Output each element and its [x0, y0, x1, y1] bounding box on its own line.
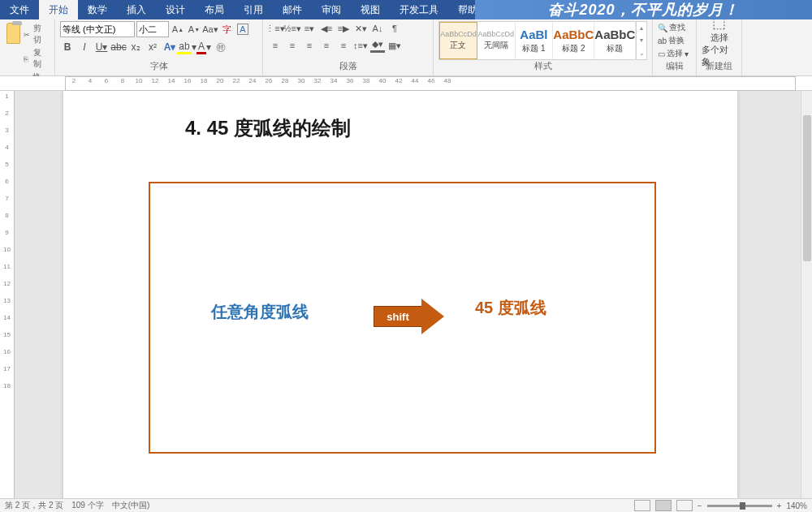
menu-insert[interactable]: 插入 — [117, 0, 156, 19]
line-spacing-button[interactable]: ↕≡▾ — [353, 38, 368, 53]
multilevel-button[interactable]: ≡▾ — [302, 21, 317, 36]
document-page[interactable]: 4. 45 度弧线的绘制 任意角度弧线 shift 45 度弧线 — [63, 91, 737, 498]
menu-home[interactable]: 开始 — [39, 0, 78, 19]
zoom-level[interactable]: 140% — [786, 501, 807, 510]
justify-button[interactable]: ≡ — [319, 38, 334, 53]
vertical-scrollbar[interactable] — [801, 91, 812, 498]
shrink-font-button[interactable]: A▼ — [187, 22, 201, 37]
ribbon-group-font: A▲ A▼ Aa▾ 字 A B I U▾ abc x₂ x² A▾ ab▾ A▾… — [55, 19, 263, 75]
highlight-button[interactable]: ab▾ — [179, 40, 194, 54]
sort-button[interactable]: A↓ — [370, 21, 385, 36]
select-label: 选择 — [667, 48, 683, 59]
content-box[interactable]: 任意角度弧线 shift 45 度弧线 — [149, 182, 656, 454]
view-print-button[interactable] — [655, 500, 672, 511]
borders-button[interactable]: ▦▾ — [387, 38, 402, 53]
italic-button[interactable]: I — [77, 40, 92, 54]
styles-more-button[interactable]: ▴▾⌄ — [636, 22, 646, 59]
align-right-button[interactable]: ≡ — [302, 38, 317, 53]
style-preview: AaBbCcDd — [477, 30, 514, 38]
status-lang[interactable]: 中文(中国) — [112, 500, 150, 511]
document-heading[interactable]: 4. 45 度弧线的绘制 — [185, 115, 689, 141]
view-read-button[interactable] — [634, 500, 650, 511]
cut-button[interactable]: 剪切 — [24, 23, 48, 45]
menu-mailings[interactable]: 邮件 — [273, 0, 312, 19]
vertical-ruler[interactable]: 123456789101112131415161718 — [0, 91, 15, 498]
style-title[interactable]: AaBbC 标题 — [594, 22, 636, 59]
find-button[interactable]: 🔍查找 — [658, 21, 691, 34]
menu-math[interactable]: 数学 — [78, 0, 117, 19]
zoom-out-button[interactable]: − — [698, 501, 702, 510]
style-normal[interactable]: AaBbCcDd 正文 — [439, 22, 477, 59]
style-nospacing[interactable]: AaBbCcDd 无间隔 — [477, 22, 516, 59]
styles-gallery[interactable]: AaBbCcDd 正文 AaBbCcDd 无间隔 AaBl 标题 1 AaBbC… — [438, 21, 647, 60]
show-marks-button[interactable]: ¶ — [387, 21, 402, 36]
status-bar: 第 2 页，共 2 页 109 个字 中文(中国) − + 140% — [0, 498, 812, 512]
zoom-thumb[interactable] — [740, 502, 745, 510]
select-icon: ▭ — [658, 49, 665, 58]
font-group-label: 字体 — [60, 60, 257, 74]
select-button[interactable]: ▭选择▾ — [658, 47, 691, 60]
decrease-indent-button[interactable]: ◀≡ — [319, 21, 334, 36]
asian-layout-button[interactable]: ✕▾ — [353, 21, 368, 36]
replace-button[interactable]: ab替换 — [658, 34, 691, 47]
align-center-button[interactable]: ≡ — [285, 38, 300, 53]
editing-group-label: 编辑 — [658, 60, 691, 74]
zoom-in-button[interactable]: + — [777, 501, 782, 510]
view-web-button[interactable] — [676, 500, 693, 511]
bold-button[interactable]: B — [60, 40, 75, 54]
shading-button[interactable]: ◆▾ — [370, 38, 385, 53]
ribbon-group-clipboard: 剪切 复制 格式刷 粘贴 剪贴板 — [0, 19, 55, 75]
menu-references[interactable]: 引用 — [234, 0, 273, 19]
ribbon-group-newgroup: ⬚ 选择 多个对象 新建组 — [697, 19, 742, 75]
page-container: 4. 45 度弧线的绘制 任意角度弧线 shift 45 度弧线 — [15, 91, 812, 498]
font-size-select[interactable] — [136, 21, 169, 37]
style-preview: AaBl — [520, 28, 547, 41]
font-color-button[interactable]: A▾ — [197, 40, 211, 54]
status-words[interactable]: 109 个字 — [71, 500, 103, 511]
arrow-label: shift — [374, 306, 422, 327]
banner-overlay: 奋斗2020，不平凡的岁月！ — [475, 0, 812, 19]
distribute-button[interactable]: ≡ — [336, 38, 351, 53]
enclose-char-button[interactable]: ㊕ — [214, 40, 228, 54]
phonetic-guide-button[interactable]: 字 — [219, 22, 234, 37]
numbering-button[interactable]: ½≡▾ — [285, 21, 300, 36]
find-label: 查找 — [669, 22, 685, 33]
align-left-button[interactable]: ≡ — [268, 38, 283, 53]
horizontal-ruler[interactable]: 2468101214161820222426283032343638404244… — [65, 76, 796, 91]
scrollbar-thumb[interactable] — [803, 115, 811, 261]
text-45-degree[interactable]: 45 度弧线 — [475, 297, 546, 319]
select-multiple-button[interactable]: ⬚ 选择 多个对象 — [702, 21, 736, 60]
bullets-button[interactable]: ⋮≡▾ — [268, 21, 283, 36]
newgroup-group-label: 新建组 — [702, 60, 736, 74]
style-name: 标题 2 — [562, 43, 585, 54]
copy-button[interactable]: 复制 — [24, 47, 48, 70]
ribbon-group-paragraph: ⋮≡▾ ½≡▾ ≡▾ ◀≡ ≡▶ ✕▾ A↓ ¶ ≡ ≡ ≡ ≡ ≡ ↕≡▾ ◆… — [263, 19, 434, 75]
clear-formatting-button[interactable]: A — [235, 22, 250, 37]
increase-indent-button[interactable]: ≡▶ — [336, 21, 351, 36]
menu-file[interactable]: 文件 — [0, 0, 39, 19]
style-preview: AaBbCcDd — [440, 30, 477, 38]
menu-layout[interactable]: 布局 — [195, 0, 234, 19]
style-heading2[interactable]: AaBbC 标题 2 — [553, 22, 594, 59]
arrow-shape[interactable]: shift — [374, 299, 444, 334]
change-case-button[interactable]: Aa▾ — [203, 22, 218, 37]
grow-font-button[interactable]: A▲ — [171, 22, 185, 37]
style-heading1[interactable]: AaBl 标题 1 — [516, 22, 554, 59]
horizontal-ruler-area: 2468101214161820222426283032343638404244… — [0, 76, 812, 91]
menu-review[interactable]: 审阅 — [312, 0, 351, 19]
superscript-button[interactable]: x² — [145, 40, 160, 54]
replace-label: 替换 — [668, 35, 685, 46]
menu-design[interactable]: 设计 — [156, 0, 195, 19]
ribbon: 剪切 复制 格式刷 粘贴 剪贴板 A▲ A▼ Aa▾ 字 A B I — [0, 19, 812, 76]
status-page[interactable]: 第 2 页，共 2 页 — [5, 500, 63, 511]
zoom-slider[interactable] — [707, 505, 772, 507]
subscript-button[interactable]: x₂ — [128, 40, 143, 54]
style-preview: AaBbC — [594, 28, 635, 41]
menu-view[interactable]: 视图 — [351, 0, 390, 19]
menu-developer[interactable]: 开发工具 — [390, 0, 448, 19]
font-family-select[interactable] — [60, 21, 135, 37]
text-any-angle[interactable]: 任意角度弧线 — [211, 301, 309, 323]
underline-button[interactable]: U▾ — [94, 40, 109, 54]
strikethrough-button[interactable]: abc — [111, 40, 126, 54]
text-effects-button[interactable]: A▾ — [162, 40, 177, 54]
